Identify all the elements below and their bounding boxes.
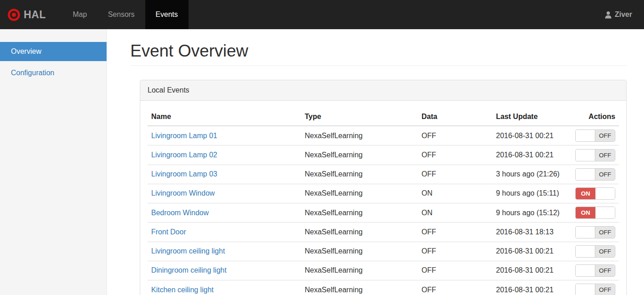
event-last-update: 9 hours ago (15:11)	[492, 184, 572, 203]
toggle-state-label: ON	[576, 188, 595, 199]
user-name: Ziver	[615, 10, 632, 19]
sidebar: Overview Configuration	[0, 29, 107, 295]
event-actions-cell: OFF	[572, 242, 619, 261]
toggle-handle	[576, 227, 595, 238]
event-name-link[interactable]: Front Door	[151, 228, 186, 236]
action-toggle-switch[interactable]: OFF	[575, 129, 615, 142]
event-actions-cell: ON	[572, 203, 619, 223]
event-last-update: 2016-08-31 00:21	[492, 145, 572, 165]
action-toggle-switch[interactable]: OFF	[575, 226, 615, 238]
toggle-state-label: OFF	[595, 284, 615, 295]
toggle-handle	[576, 150, 595, 161]
action-toggle-switch[interactable]: ON	[575, 207, 615, 219]
event-type: NexaSelfLearning	[301, 165, 418, 184]
event-type: NexaSelfLearning	[301, 145, 418, 165]
top-navbar: HAL Map Sensors Events Ziver	[0, 0, 644, 29]
event-type: NexaSelfLearning	[301, 184, 418, 203]
toggle-handle	[576, 130, 595, 141]
event-name-link[interactable]: Kitchen ceiling light	[151, 286, 214, 294]
event-data: OFF	[418, 280, 492, 295]
nav-item-sensors[interactable]: Sensors	[97, 0, 145, 29]
toggle-handle	[576, 265, 595, 276]
event-actions-cell: ON	[572, 184, 619, 203]
event-name-link[interactable]: Livingroom Lamp 02	[151, 151, 217, 159]
table-row: Livingroom ceiling lightNexaSelfLearning…	[148, 242, 619, 261]
event-last-update: 2016-08-31 00:21	[492, 242, 572, 261]
event-actions-cell: OFF	[572, 165, 619, 184]
events-table-body: Livingroom Lamp 01NexaSelfLearningOFF201…	[148, 126, 619, 295]
event-last-update: 3 hours ago (21:26)	[492, 165, 572, 184]
sidebar-item-configuration[interactable]: Configuration	[0, 63, 107, 83]
sidebar-item-overview[interactable]: Overview	[0, 42, 107, 61]
column-header-type: Type	[301, 108, 418, 126]
column-header-actions: Actions	[572, 108, 619, 126]
event-type: NexaSelfLearning	[301, 223, 418, 242]
event-data: OFF	[418, 242, 492, 261]
toggle-handle	[576, 169, 595, 180]
nav-item-map[interactable]: Map	[62, 0, 97, 29]
event-actions-cell: OFF	[572, 261, 619, 280]
event-type: NexaSelfLearning	[301, 203, 418, 223]
nav-item-events[interactable]: Events	[145, 0, 189, 29]
person-icon	[604, 11, 612, 19]
user-menu[interactable]: Ziver	[604, 0, 644, 29]
event-actions-cell: OFF	[572, 223, 619, 242]
event-name-link[interactable]: Livingroom Lamp 01	[151, 132, 217, 140]
event-actions-cell: OFF	[572, 280, 619, 295]
toggle-handle	[576, 246, 595, 257]
event-name-link[interactable]: Livingroom ceiling light	[151, 247, 225, 255]
toggle-handle	[595, 207, 615, 218]
toggle-state-label: ON	[576, 207, 595, 218]
brand-label: HAL	[24, 9, 46, 21]
event-actions-cell: OFF	[572, 145, 619, 165]
event-data: OFF	[418, 126, 492, 145]
event-data: ON	[418, 184, 492, 203]
action-toggle-switch[interactable]: OFF	[575, 264, 615, 277]
column-header-last-update: Last Update	[492, 108, 572, 126]
table-row: Livingroom Lamp 01NexaSelfLearningOFF201…	[148, 126, 619, 145]
toggle-state-label: OFF	[595, 169, 615, 180]
table-row: Kitchen ceiling lightNexaSelfLearningOFF…	[148, 280, 619, 295]
action-toggle-switch[interactable]: OFF	[575, 245, 615, 258]
toggle-handle	[595, 188, 615, 199]
event-name-link[interactable]: Livingroom Window	[151, 189, 215, 197]
event-last-update: 2016-08-31 00:21	[492, 126, 572, 145]
table-row: Bedroom WindowNexaSelfLearningON9 hours …	[148, 203, 619, 223]
table-row: Livingroom Lamp 03NexaSelfLearningOFF3 h…	[148, 165, 619, 184]
event-data: OFF	[418, 223, 492, 242]
column-header-name: Name	[148, 108, 301, 126]
event-name-link[interactable]: Diningroom ceiling light	[151, 266, 226, 274]
event-data: OFF	[418, 145, 492, 165]
panel-title: Local Events	[140, 80, 626, 101]
event-last-update: 2016-08-31 18:13	[492, 223, 572, 242]
local-events-panel: Local Events Name Type Data Last Update	[140, 80, 627, 295]
table-row: Livingroom Lamp 02NexaSelfLearningOFF201…	[148, 145, 619, 165]
toggle-state-label: OFF	[595, 130, 615, 141]
event-name-link[interactable]: Bedroom Window	[151, 209, 209, 217]
event-data: OFF	[418, 261, 492, 280]
event-data: OFF	[418, 165, 492, 184]
brand[interactable]: HAL	[0, 0, 54, 29]
toggle-state-label: OFF	[595, 150, 615, 161]
event-last-update: 9 hours ago (15:12)	[492, 203, 572, 223]
event-type: NexaSelfLearning	[301, 280, 418, 295]
page-title: Event Overview	[130, 41, 627, 61]
event-type: NexaSelfLearning	[301, 261, 418, 280]
action-toggle-switch[interactable]: OFF	[575, 284, 615, 295]
events-table: Name Type Data Last Update Actions Livin…	[148, 108, 619, 295]
toggle-handle	[576, 284, 595, 295]
table-header-row: Name Type Data Last Update Actions	[148, 108, 619, 126]
action-toggle-switch[interactable]: OFF	[575, 168, 615, 181]
main-content: Event Overview Local Events Name Type	[107, 29, 644, 295]
action-toggle-switch[interactable]: ON	[575, 187, 615, 200]
navbar-links: Map Sensors Events	[62, 0, 189, 29]
event-last-update: 2016-08-31 00:21	[492, 280, 572, 295]
bullseye-logo-icon	[8, 9, 20, 21]
column-header-data: Data	[418, 108, 492, 126]
event-name-link[interactable]: Livingroom Lamp 03	[151, 170, 217, 178]
event-type: NexaSelfLearning	[301, 126, 418, 145]
action-toggle-switch[interactable]: OFF	[575, 149, 615, 161]
table-row: Diningroom ceiling lightNexaSelfLearning…	[148, 261, 619, 280]
page-header-divider	[130, 65, 627, 66]
event-actions-cell: OFF	[572, 126, 619, 145]
